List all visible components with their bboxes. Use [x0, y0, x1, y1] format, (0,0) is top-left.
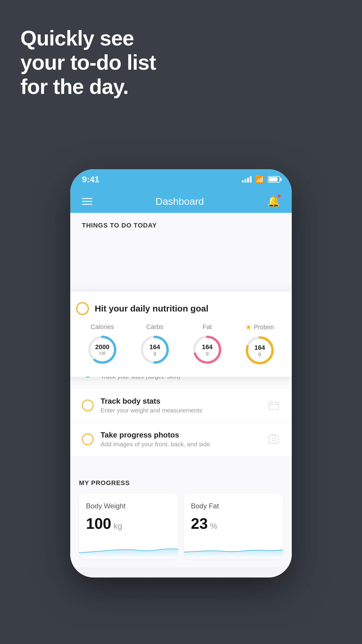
nutrition-fat: Fat 164 g	[191, 323, 223, 366]
notification-dot	[277, 194, 281, 198]
fat-label: Fat	[203, 323, 212, 331]
body-weight-title: Body Weight	[86, 502, 171, 510]
body-weight-value: 100	[86, 515, 111, 532]
progress-photos-title: Take progress photos	[101, 430, 260, 440]
fat-unit: g	[202, 351, 213, 356]
body-fat-value: 23	[191, 515, 208, 532]
nutrition-title: Hit your daily nutrition goal	[95, 304, 208, 314]
carbs-value: 164	[150, 344, 160, 351]
bell-button[interactable]: 🔔	[267, 195, 280, 207]
carbs-unit: g	[150, 351, 160, 356]
svg-point-10	[272, 438, 275, 441]
carbs-label: Carbs	[146, 323, 164, 331]
progress-photos-text: Take progress photos Add images of your …	[101, 430, 260, 448]
status-icons: 📶	[242, 175, 280, 184]
nutrition-grid: Calories 2000 cal	[76, 323, 286, 366]
phone-wrapper: 9:41 📶 Dashboard 🔔	[70, 169, 292, 624]
section-title-things: THINGS TO DO TODAY	[70, 213, 292, 235]
headline: Quickly see your to-do list for the day.	[20, 26, 156, 99]
track-body-checkbox[interactable]	[82, 400, 94, 411]
protein-label: Protein	[254, 323, 274, 331]
track-body-text: Track body stats Enter your weight and m…	[101, 397, 260, 414]
nutrition-calories: Calories 2000 cal	[86, 323, 118, 366]
body-weight-value-row: 100 kg	[86, 515, 171, 532]
nutrition-protein: ★ Protein 164 g	[244, 323, 276, 366]
progress-section-title: MY PROGRESS	[79, 479, 283, 487]
calories-ring: 2000 cal	[86, 334, 118, 366]
calories-label: Calories	[91, 323, 114, 331]
protein-ring: 164 g	[244, 334, 276, 366]
status-time: 9:41	[82, 174, 99, 184]
nutrition-carbs: Carbs 164 g	[139, 323, 171, 366]
headline-line3: for the day.	[20, 75, 156, 99]
progress-photos-subtitle: Add images of your front, back, and side	[101, 441, 260, 448]
scale-icon	[267, 399, 280, 412]
carbs-ring: 164 g	[139, 334, 171, 366]
svg-rect-8	[269, 402, 279, 410]
phone-frame: 9:41 📶 Dashboard 🔔	[70, 169, 292, 578]
wifi-icon: 📶	[255, 175, 264, 184]
track-body-subtitle: Enter your weight and measurements	[101, 407, 260, 414]
fat-value: 164	[202, 344, 213, 351]
track-body-title: Track body stats	[101, 397, 260, 406]
headline-line2: your to-do list	[20, 50, 156, 75]
body-fat-chart	[184, 541, 283, 559]
progress-photos-checkbox[interactable]	[82, 433, 94, 445]
headline-line1: Quickly see	[20, 26, 156, 50]
protein-star-icon: ★	[245, 323, 252, 331]
todo-item-progress-photos[interactable]: Take progress photos Add images of your …	[70, 422, 292, 456]
hamburger-button[interactable]	[82, 198, 92, 205]
body-fat-unit: %	[210, 522, 217, 531]
body-fat-card: Body Fat 23 %	[184, 494, 283, 559]
protein-unit: g	[254, 351, 265, 357]
nav-title: Dashboard	[155, 196, 204, 207]
nutrition-checkbox[interactable]	[76, 302, 89, 315]
progress-cards: Body Weight 100 kg	[79, 494, 283, 559]
protein-value: 164	[254, 344, 265, 351]
calories-value: 2000	[95, 344, 110, 351]
body-fat-title: Body Fat	[191, 502, 276, 510]
body-weight-chart	[79, 541, 178, 559]
nutrition-card: Hit your daily nutrition goal Calories	[70, 292, 292, 377]
nav-bar: Dashboard 🔔	[70, 190, 292, 213]
body-weight-unit: kg	[114, 522, 122, 531]
signal-icon	[242, 176, 252, 183]
fat-ring: 164 g	[191, 334, 223, 366]
calories-unit: cal	[95, 351, 110, 356]
progress-section: MY PROGRESS Body Weight 100 kg	[70, 468, 292, 567]
battery-icon	[268, 176, 280, 183]
photo-icon	[267, 433, 280, 446]
svg-rect-9	[269, 435, 279, 444]
todo-item-track-body[interactable]: Track body stats Enter your weight and m…	[70, 388, 292, 422]
content-area: THINGS TO DO TODAY Hit your daily nutrit…	[70, 213, 292, 567]
body-fat-value-row: 23 %	[191, 515, 276, 532]
status-bar: 9:41 📶	[70, 169, 292, 190]
body-weight-card: Body Weight 100 kg	[79, 494, 178, 559]
